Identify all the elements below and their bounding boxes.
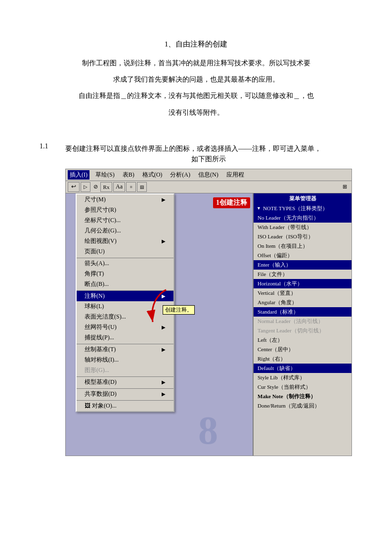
toolbar-right-icons: ⊞ xyxy=(340,182,349,192)
dropdown-item-modeldatum-label: 模型基准(D) xyxy=(85,378,117,386)
dropdown-item-sdatum[interactable]: 丝制基准(T) ▶ xyxy=(77,344,174,355)
menu-item-app[interactable]: 应用程 xyxy=(224,170,246,180)
toolbar-row: ↩ ▷ ⊘ Rx Aa ≡ ▤ ⊞ xyxy=(66,181,351,193)
dropdown-item-drawview-arrow: ▶ xyxy=(162,238,166,244)
rp-item-right[interactable]: Right（右） xyxy=(254,354,351,364)
dropdown-menu: 尺寸(M) ▶ 参照尺寸(R) 坐标尺寸(C)... 几何公差(G)... xyxy=(76,193,174,412)
dropdown-item-modeldatum[interactable]: 模型基准(D) ▶ xyxy=(77,376,174,387)
menu-item-table[interactable]: 表B) xyxy=(121,170,136,180)
section-11-text: 要创建注释可以直接点软件界面上的图标，或者选择插入——注释，即可进入菜单， xyxy=(65,142,352,155)
dropdown-item-balloon-label: 球标(L) xyxy=(85,302,104,311)
rp-item-noleader[interactable]: No Leader（无方向指引） xyxy=(254,213,351,223)
dropdown-item-refdim[interactable]: 参照尺寸(R) xyxy=(77,205,174,215)
bg-graphic: 8 xyxy=(164,406,253,456)
menu-item-insert[interactable]: 插入(I) xyxy=(68,170,89,180)
screenshot-container: 插入(I) 草绘(S) 表B) 格式(O) 分析(A) 信息(N) 应用程 ↩ … xyxy=(65,169,352,456)
dropdown-item-object-label: 🖼 对象(O)... xyxy=(85,402,117,410)
paragraph2-line2: 没有引线等附件。 xyxy=(40,106,352,119)
rp-item-left[interactable]: Left（左） xyxy=(254,335,351,345)
dropdown-item-object[interactable]: 🖼 对象(O)... xyxy=(77,400,174,411)
rp-item-tangentleader: Tangent Leader（切向引线） xyxy=(254,326,351,335)
dropdown-item-sharedata-arrow: ▶ xyxy=(162,391,166,397)
rp-item-withleader[interactable]: With Leader（带引线） xyxy=(254,223,351,232)
dropdown-item-sharedata[interactable]: 共享数据(D) ▶ xyxy=(77,388,174,399)
rp-item-horizontal[interactable]: Horizontal（水平） xyxy=(254,279,351,288)
rp-item-offset[interactable]: Offset（偏距） xyxy=(254,251,351,260)
dropdown-item-note-arrow: ▶ xyxy=(162,293,166,299)
rp-item-default[interactable]: Default（缺省） xyxy=(254,364,351,373)
dropdown-item-page[interactable]: 页面(U) xyxy=(77,246,174,257)
dropdown-item-snapline-label: 捕捉线(P)... xyxy=(85,333,114,342)
dropdown-item-screen-arrow: ▶ xyxy=(162,324,166,330)
dropdown-item-geotol-label: 几何公差(G)... xyxy=(85,227,121,235)
figure-caption: 如下图所示 xyxy=(65,155,352,164)
dropdown-item-balloon[interactable]: 球标(L) xyxy=(77,301,174,312)
menu-item-info[interactable]: 信息(N) xyxy=(196,170,220,180)
paragraph2-line1: 自由注释是指＿的注释文本，没有与其他图元相关联，可以随意修改和＿，也 xyxy=(40,90,352,102)
right-panel-section-label: NOTE TYPES（注释类型） xyxy=(263,205,328,212)
dropdown-item-drawview[interactable]: 绘图视图(V) ▶ xyxy=(77,236,174,246)
dropdown-item-refdim-label: 参照尺寸(R) xyxy=(85,206,116,214)
dropdown-item-screen[interactable]: 丝网符号(U) ▶ xyxy=(77,322,174,332)
toolbar-aa[interactable]: Aa xyxy=(113,182,125,192)
dropdown-item-break-label: 断点(B)... xyxy=(85,280,109,288)
note-popup: 创建注释。 xyxy=(163,305,195,315)
right-panel-title: 菜单管理器 xyxy=(254,193,351,204)
dropdown-item-surface-label: 表面光洁度(S)... xyxy=(85,313,126,321)
rp-item-donereturn[interactable]: Done/Return（完成/返回） xyxy=(254,401,351,411)
dropdown-item-break[interactable]: 断点(B)... xyxy=(77,279,174,289)
toolbar-btn-lines[interactable]: ≡ xyxy=(126,182,136,192)
menu-item-analysis[interactable]: 分析(A) xyxy=(168,170,192,180)
rp-item-file[interactable]: File（文件） xyxy=(254,270,351,279)
dropdown-item-page-label: 页面(U) xyxy=(85,247,105,256)
dropdown-item-dim[interactable]: 尺寸(M) ▶ xyxy=(77,194,174,205)
menu-item-sketch[interactable]: 草绘(S) xyxy=(93,170,117,180)
dropdown-item-axisline-label: 轴对称线(I)... xyxy=(85,356,119,364)
dropdown-item-coorddim[interactable]: 坐标尺寸(C)... xyxy=(77,215,174,226)
dropdown-item-geotol[interactable]: 几何公差(G)... xyxy=(77,226,174,236)
toolbar-rx[interactable]: Rx xyxy=(100,182,112,192)
rp-item-enter[interactable]: Enter（输入） xyxy=(254,260,351,270)
rp-item-curstyle[interactable]: Cur Style（当前样式） xyxy=(254,382,351,392)
rp-item-stylelib[interactable]: Style Lib（样式库） xyxy=(254,373,351,382)
rp-item-angular[interactable]: Angular（角度） xyxy=(254,298,351,307)
toolbar-btn-5[interactable]: ▤ xyxy=(137,182,147,192)
page-content: 1、自由注释的创建 制作工程图，说到注释，首当其冲的就是用注释写技术要求。所以写… xyxy=(40,30,352,456)
menu-bar: 插入(I) 草绘(S) 表B) 格式(O) 分析(A) 信息(N) 应用程 xyxy=(66,169,351,181)
toolbar-btn-undo[interactable]: ↩ xyxy=(68,182,80,192)
rp-item-standard[interactable]: Standard（标准） xyxy=(254,307,351,317)
dropdown-item-dim-label: 尺寸(M) xyxy=(85,195,106,204)
dropdown-item-arrow[interactable]: 箭头(A)... xyxy=(77,258,174,269)
dropdown-item-dim-arrow: ▶ xyxy=(162,197,166,202)
main-area: 8 1创建注释 尺寸(M) ▶ 参照尺寸(R) xyxy=(66,193,351,456)
right-panel: 菜单管理器 ▼ NOTE TYPES（注释类型） No Leader（无方向指引… xyxy=(253,193,351,456)
dropdown-item-note[interactable]: 注释(N) ▶ xyxy=(77,290,174,301)
section-11: 1.1 要创建注释可以直接点软件界面上的图标，或者选择插入——注释，即可进入菜单… xyxy=(40,142,352,456)
rp-item-center[interactable]: Center（居中） xyxy=(254,345,351,354)
dropdown-item-graph[interactable]: 图形(G)... xyxy=(77,365,174,375)
dropdown-item-gusset-label: 角撑(T) xyxy=(85,270,104,278)
paragraph1-line2: 求成了我们首先要解决的问题，也是其最基本的应用。 xyxy=(40,73,352,86)
toolbar-btn-2[interactable]: ▷ xyxy=(81,182,90,192)
rp-item-vertical[interactable]: Vertical（竖直） xyxy=(254,288,351,298)
rp-item-makenote[interactable]: Make Note（制作注释） xyxy=(254,392,351,401)
dropdown-item-gusset[interactable]: 角撑(T) xyxy=(77,269,174,279)
dropdown-item-modeldatum-arrow: ▶ xyxy=(162,379,166,385)
rp-item-isoleader[interactable]: ISO Leader（ISO导引） xyxy=(254,232,351,241)
section-title: 1、自由注释的创建 xyxy=(40,40,352,49)
create-note-label: 1创建注释 xyxy=(213,197,250,208)
dropdown-item-sdatum-label: 丝制基准(T) xyxy=(85,345,116,354)
dropdown-item-axisline[interactable]: 轴对称线(I)... xyxy=(77,355,174,365)
section-triangle: ▼ xyxy=(257,206,261,211)
dropdown-item-coorddim-label: 坐标尺寸(C)... xyxy=(85,216,121,225)
menu-item-format[interactable]: 格式(O) xyxy=(140,170,165,180)
dropdown-item-snapline[interactable]: 捕捉线(P)... xyxy=(77,332,174,343)
dropdown-item-sdatum-arrow: ▶ xyxy=(162,347,166,352)
dropdown-item-graph-label: 图形(G)... xyxy=(85,366,109,374)
dropdown-item-drawview-label: 绘图视图(V) xyxy=(85,237,117,245)
rp-item-onitem[interactable]: On Item（在项目上） xyxy=(254,241,351,251)
dropdown-item-sharedata-label: 共享数据(D) xyxy=(85,390,117,398)
dropdown-item-surface[interactable]: 表面光洁度(S)... xyxy=(77,312,174,322)
dropdown-item-arrow-label: 箭头(A)... xyxy=(85,259,109,268)
dropdown-item-screen-label: 丝网符号(U) xyxy=(85,323,117,331)
